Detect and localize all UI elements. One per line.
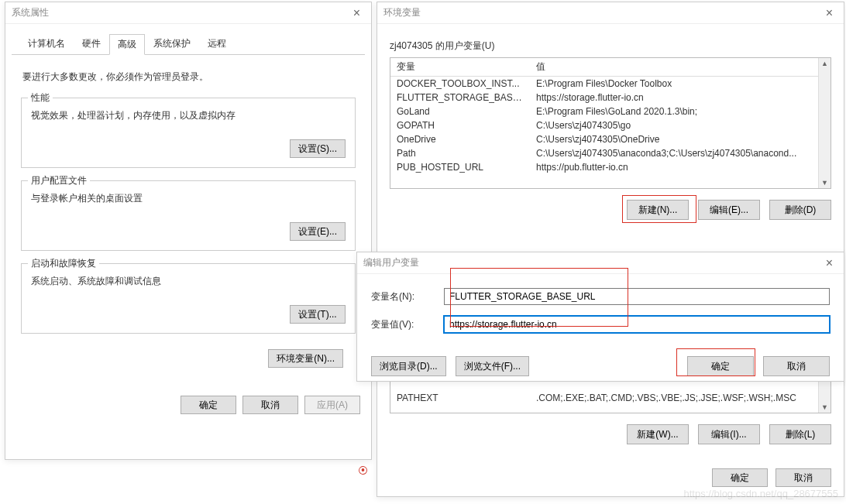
sysprops-body: 要进行大多数更改，你必须作为管理员登录。 性能 视觉效果，处理器计划，内存使用，…: [5, 55, 371, 388]
table-row[interactable]: OneDriveC:\Users\zj4074305\OneDrive: [390, 132, 831, 146]
csdn-icon: ⦿: [358, 465, 368, 476]
user-vars-buttons: 新建(N)... 编辑(E)... 删除(D): [390, 200, 831, 220]
startup-settings-button[interactable]: 设置(T)...: [290, 305, 346, 324]
sys-edit-button[interactable]: 编辑(I)...: [698, 424, 760, 444]
group-desc: 系统启动、系统故障和调试信息: [31, 275, 346, 288]
browse-file-button[interactable]: 浏览文件(F)...: [456, 356, 529, 376]
table-row[interactable]: GoLandE:\Program Files\GoLand 2020.1.3\b…: [390, 105, 831, 118]
envvars-body: zj4074305 的用户变量(U) 变量 值 DOCKER_TOOLBOX_I…: [377, 24, 844, 469]
sys-new-button[interactable]: 新建(W)...: [627, 424, 689, 444]
titlebar: 环境变量 ×: [377, 2, 844, 24]
system-vars-buttons: 新建(W)... 编辑(I)... 删除(L): [390, 424, 831, 444]
cell-var: Path: [390, 146, 530, 160]
group-title: 用户配置文件: [28, 174, 90, 187]
var-value-label: 变量值(V):: [371, 318, 430, 331]
table-row[interactable]: PATHEXT.COM;.EXE;.BAT;.CMD;.VBS;.VBE;.JS…: [390, 391, 831, 405]
group-performance: 性能 视觉效果，处理器计划，内存使用，以及虚拟内存 设置(S)...: [21, 98, 356, 168]
tab-hardware[interactable]: 硬件: [74, 33, 109, 54]
cell-val: E:\Program Files\GoLand 2020.1.3\bin;: [530, 105, 831, 118]
user-vars-table[interactable]: 变量 值 DOCKER_TOOLBOX_INST...E:\Program Fi…: [390, 57, 831, 189]
tabs: 计算机名 硬件 高级 系统保护 远程: [12, 27, 365, 55]
cell-var: PUB_HOSTED_URL: [390, 160, 530, 174]
scrollbar[interactable]: [818, 58, 831, 188]
environment-variables-dialog: 环境变量 × zj4074305 的用户变量(U) 变量 值 DOCKER_TO…: [377, 2, 844, 497]
table-row[interactable]: PUB_HOSTED_URLhttps://pub.flutter-io.cn: [390, 160, 831, 174]
cell-var: PATHEXT: [390, 391, 530, 405]
profile-settings-button[interactable]: 设置(E)...: [290, 222, 346, 241]
var-name-label: 变量名(N):: [371, 290, 430, 303]
perf-settings-button[interactable]: 设置(S)...: [290, 139, 346, 158]
dialog-title: 环境变量: [383, 6, 421, 19]
cancel-button[interactable]: 取消: [776, 468, 831, 487]
environment-variables-button[interactable]: 环境变量(N)...: [268, 349, 343, 368]
group-desc: 与登录帐户相关的桌面设置: [31, 192, 346, 205]
group-desc: 视觉效果，处理器计划，内存使用，以及虚拟内存: [31, 109, 346, 122]
close-icon[interactable]: ×: [349, 6, 365, 20]
var-name-input[interactable]: [444, 288, 830, 305]
cell-val: E:\Program Files\Docker Toolbox: [530, 77, 831, 91]
var-value-input[interactable]: [444, 316, 830, 333]
cell-var: OneDrive: [390, 132, 530, 146]
col-val[interactable]: 值: [530, 58, 831, 77]
system-properties-dialog: 系统属性 × 计算机名 硬件 高级 系统保护 远程 要进行大多数更改，你必须作为…: [5, 2, 372, 460]
admin-note: 要进行大多数更改，你必须作为管理员登录。: [22, 70, 354, 84]
table-row[interactable]: GOPATHC:\Users\zj4074305\go: [390, 118, 831, 132]
tab-remote[interactable]: 远程: [199, 33, 235, 54]
user-delete-button[interactable]: 删除(D): [769, 200, 831, 220]
tab-system-protection[interactable]: 系统保护: [145, 33, 199, 54]
col-var[interactable]: 变量: [390, 58, 530, 77]
dialog-title: 编辑用户变量: [363, 256, 419, 269]
cell-var: DOCKER_TOOLBOX_INST...: [390, 77, 530, 91]
titlebar: 编辑用户变量 ×: [357, 252, 844, 274]
group-title: 启动和故障恢复: [28, 257, 99, 270]
close-icon[interactable]: ×: [821, 6, 837, 20]
table-row[interactable]: DOCKER_TOOLBOX_INST...E:\Program Files\D…: [390, 77, 831, 91]
ok-button[interactable]: 确定: [181, 396, 236, 414]
cell-val: C:\Users\zj4074305\anaconda3;C:\Users\zj…: [530, 146, 831, 160]
cancel-button[interactable]: 取消: [763, 356, 830, 376]
user-vars-label: zj4074305 的用户变量(U): [390, 39, 831, 53]
group-title: 性能: [28, 91, 53, 105]
cell-val: https://storage.flutter-io.cn: [530, 91, 831, 105]
close-icon[interactable]: ×: [821, 256, 837, 270]
dialog-footer: 确定 取消 应用(A): [5, 388, 371, 422]
group-startup: 启动和故障恢复 系统启动、系统故障和调试信息 设置(T)...: [21, 263, 356, 334]
titlebar: 系统属性 ×: [5, 2, 371, 24]
dialog-footer: 确定 取消: [377, 462, 844, 496]
user-edit-button[interactable]: 编辑(E)...: [698, 200, 760, 220]
cell-var: GoLand: [390, 105, 530, 118]
cell-val: .COM;.EXE;.BAT;.CMD;.VBS;.VBE;.JS;.JSE;.…: [530, 391, 831, 405]
cancel-button[interactable]: 取消: [242, 396, 298, 414]
tab-advanced[interactable]: 高级: [109, 34, 145, 55]
cell-var: GOPATH: [390, 118, 530, 132]
sys-delete-button[interactable]: 删除(L): [769, 424, 831, 444]
ok-button[interactable]: 确定: [712, 468, 768, 487]
browse-dir-button[interactable]: 浏览目录(D)...: [371, 356, 446, 376]
cell-var: FLUTTER_STORAGE_BASE_...: [390, 91, 530, 105]
apply-button[interactable]: 应用(A): [304, 396, 360, 414]
edit-user-variable-dialog: 编辑用户变量 × 变量名(N): 变量值(V): 浏览目录(D)... 浏览文件…: [356, 252, 844, 382]
dialog-title: 系统属性: [12, 6, 49, 19]
table-row[interactable]: PathC:\Users\zj4074305\anaconda3;C:\User…: [390, 146, 831, 160]
cell-val: C:\Users\zj4074305\go: [530, 118, 831, 132]
user-new-button[interactable]: 新建(N)...: [627, 200, 689, 220]
cell-val: C:\Users\zj4074305\OneDrive: [530, 132, 831, 146]
tab-computer-name[interactable]: 计算机名: [19, 33, 74, 54]
group-user-profile: 用户配置文件 与登录帐户相关的桌面设置 设置(E)...: [21, 180, 356, 251]
cell-val: https://pub.flutter-io.cn: [530, 160, 831, 174]
table-row[interactable]: FLUTTER_STORAGE_BASE_...https://storage.…: [390, 91, 831, 105]
editvar-body: 变量名(N): 变量值(V):: [357, 274, 844, 351]
ok-button[interactable]: 确定: [687, 356, 754, 376]
editvar-buttons: 浏览目录(D)... 浏览文件(F)... 确定 取消: [357, 351, 844, 386]
